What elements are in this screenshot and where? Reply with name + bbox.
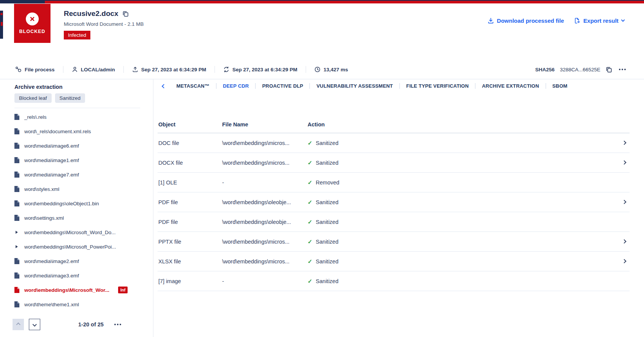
clock-icon xyxy=(314,66,320,72)
export-result-button[interactable]: Export result xyxy=(574,17,624,24)
background-app-edge xyxy=(0,11,3,39)
check-icon xyxy=(308,179,313,186)
meta-bar: File process LOCAL/admin Sep 27, 2023 at… xyxy=(15,64,627,75)
sanitization-table: Object File Name Action DOC file \word\e… xyxy=(158,116,630,291)
tree-item[interactable]: word\media\image6.emf xyxy=(14,139,153,153)
column-file-name: File Name xyxy=(222,121,308,128)
column-object: Object xyxy=(158,121,222,128)
tree-item-expandable[interactable]: word\embeddings\Microsoft_PowerPoi... xyxy=(14,239,153,254)
header-actions: Download processed file Export result xyxy=(488,17,624,24)
uploaded-meta: Sep 27, 2023 at 6:34:29 PM xyxy=(132,66,206,72)
file-icon xyxy=(14,186,19,192)
infected-badge: Inf xyxy=(118,287,128,293)
tree-item-infected[interactable]: word\embeddings\Microsoft_Wor...Inf xyxy=(14,283,153,297)
archive-extraction-sidebar: Archive extraction Blocked leaf Sanitize… xyxy=(3,79,153,337)
check-icon xyxy=(308,278,313,285)
tree-item[interactable]: word\settings.xml xyxy=(14,211,153,225)
divider xyxy=(123,66,124,73)
filter-blocked-leaf[interactable]: Blocked leaf xyxy=(14,93,52,103)
tab-proactive-dlp[interactable]: PROACTIVE DLP xyxy=(256,83,309,89)
divider xyxy=(215,66,215,73)
hash-label: SHA256 xyxy=(535,67,554,72)
table-row[interactable]: DOCX file \word\embeddings\micros... San… xyxy=(158,153,630,173)
caret-right-icon[interactable] xyxy=(16,231,18,234)
scan-result-page: BLOCKED Recusive2.docx Microsoft Word Do… xyxy=(0,0,644,337)
copy-hash-icon[interactable] xyxy=(606,66,612,73)
column-action: Action xyxy=(308,121,630,128)
table-row[interactable]: XLSX file \word\embeddings\micros... San… xyxy=(158,252,630,271)
result-tabs: METASCAN™ DEEP CDR PROACTIVE DLP VULNERA… xyxy=(161,79,644,92)
table-row: PDF file \word\embeddings\oleobje... San… xyxy=(158,212,630,232)
caret-right-icon[interactable] xyxy=(16,245,18,248)
file-icon xyxy=(14,172,19,178)
reprocess-icon xyxy=(223,66,229,72)
tree-item[interactable]: word\media\image7.emf xyxy=(14,167,153,182)
file-subtitle: Microsoft Word Document - 2.1 MB xyxy=(64,21,144,27)
tree-pagination: 1-20 of 25 xyxy=(3,312,153,337)
divider xyxy=(306,66,306,73)
tree-item[interactable]: word\_rels\document.xml.rels xyxy=(14,124,153,139)
file-icon xyxy=(14,143,19,149)
check-icon xyxy=(308,159,313,166)
file-icon xyxy=(14,272,19,279)
upload-icon xyxy=(132,66,138,72)
duration-meta: 13,427 ms xyxy=(314,66,348,72)
tree-item[interactable]: _rels\.rels xyxy=(14,110,153,124)
tab-vulnerability-assessment[interactable]: VULNERABILITY ASSESSMENT xyxy=(310,83,399,89)
tree-item[interactable]: word\embeddings\oleObject1.bin xyxy=(14,196,153,211)
user-icon xyxy=(72,66,78,72)
file-info: Recusive2.docx Microsoft Word Document -… xyxy=(64,9,144,39)
sidebar-title: Archive extraction xyxy=(14,84,153,90)
table-row[interactable]: PPTX file \word\embeddings\micros... San… xyxy=(158,232,630,252)
verdict-badge: Infected xyxy=(64,31,90,39)
tree-item[interactable]: word\media\image2.emf xyxy=(14,254,153,268)
tab-sbom[interactable]: SBOM xyxy=(546,83,574,89)
workflow-icon xyxy=(15,66,22,72)
status-badge: BLOCKED xyxy=(14,4,51,43)
page-up-button[interactable] xyxy=(13,319,24,330)
table-header: Object File Name Action xyxy=(158,116,630,133)
file-icon xyxy=(14,258,19,264)
chevron-down-icon xyxy=(621,18,625,22)
page-down-button[interactable] xyxy=(29,319,40,330)
workflow-meta: File process xyxy=(15,66,55,72)
tab-deep-cdr[interactable]: DEEP CDR xyxy=(216,83,256,89)
file-tree: _rels\.rels word\_rels\document.xml.rels… xyxy=(14,110,153,320)
hash-value: 3288CA...66525E xyxy=(560,67,600,72)
filter-pills: Blocked leaf Sanitized xyxy=(14,93,153,103)
check-icon xyxy=(308,140,313,146)
copy-filename-icon[interactable] xyxy=(122,11,129,17)
tabs-back-icon[interactable] xyxy=(161,82,166,90)
table-row: [7] image - Sanitized xyxy=(158,271,630,291)
user-meta: LOCAL/admin xyxy=(72,66,115,72)
tab-file-type-verification[interactable]: FILE TYPE VERIFICATION xyxy=(400,83,475,89)
hash-group: SHA256 3288CA...66525E xyxy=(535,66,627,73)
divider xyxy=(63,66,63,73)
divider xyxy=(14,108,140,108)
pagination-more-icon[interactable] xyxy=(113,322,123,327)
file-icon xyxy=(14,287,19,293)
tree-item-expandable[interactable]: word\embeddings\Microsoft_Word_Do... xyxy=(14,225,153,239)
table-row[interactable]: PDF file \word\embeddings\oleobje... San… xyxy=(158,192,630,212)
download-icon xyxy=(488,17,494,24)
filter-sanitized[interactable]: Sanitized xyxy=(55,93,85,103)
deep-cdr-panel: METASCAN™ DEEP CDR PROACTIVE DLP VULNERA… xyxy=(153,79,644,337)
check-icon xyxy=(308,199,313,206)
file-icon xyxy=(14,157,19,163)
tree-item[interactable]: word\theme\theme1.xml xyxy=(14,297,153,312)
processed-meta: Sep 27, 2023 at 6:34:29 PM xyxy=(223,66,297,72)
tree-item[interactable]: word\styles.xml xyxy=(14,182,153,196)
file-icon xyxy=(14,114,19,120)
file-icon xyxy=(14,128,19,134)
status-badge-label: BLOCKED xyxy=(19,29,46,34)
tree-item[interactable]: word\media\image1.emf xyxy=(14,153,153,167)
tab-archive-extraction[interactable]: ARCHIVE EXTRACTION xyxy=(475,83,545,89)
table-row: [1] OLE - Removed xyxy=(158,173,630,192)
download-processed-file-button[interactable]: Download processed file xyxy=(488,17,564,24)
top-accent-bar xyxy=(0,0,644,3)
tree-item[interactable]: word\media\image3.emf xyxy=(14,268,153,283)
table-row[interactable]: DOC file \word\embeddings\micros... Sani… xyxy=(158,133,630,153)
file-icon xyxy=(14,200,19,206)
more-actions-icon[interactable] xyxy=(617,67,627,72)
tab-metascan[interactable]: METASCAN™ xyxy=(170,83,216,89)
